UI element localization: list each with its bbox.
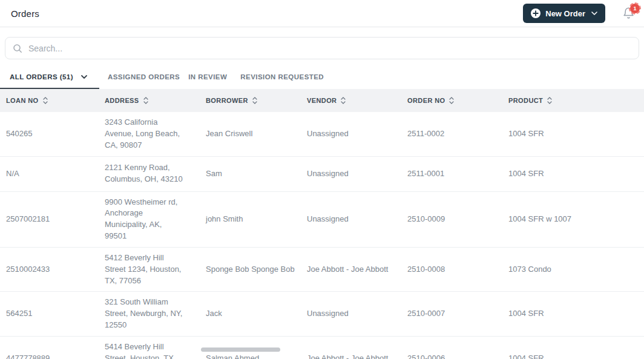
tab-all-orders[interactable]: ALL ORDERS (51) — [0, 66, 99, 89]
column-label: VENDOR — [307, 97, 337, 104]
cell-vendor: Joe Abbott - Joe Abbott — [307, 259, 407, 280]
sort-icon — [143, 97, 148, 104]
search-input[interactable] — [28, 44, 631, 53]
cell-product: 1004 SFR — [508, 303, 644, 324]
tab-in-review-label: IN REVIEW — [188, 73, 227, 81]
cell-order-no: 2510-0009 — [407, 209, 508, 230]
cell-address: 3243 California Avenue, Long Beach, CA, … — [105, 112, 206, 156]
cell-product: 1004 SFR — [508, 163, 644, 185]
table-row[interactable]: 4477778889 5414 Beverly Hill Street, Hou… — [0, 337, 644, 359]
tab-bar: ALL ORDERS (51) ASSIGNED ORDERS IN REVIE… — [0, 66, 644, 89]
table-row[interactable]: N/A 2121 Kenny Road, Columbus, OH, 43210… — [0, 157, 644, 192]
cell-product: 1004 SFR w 1007 — [508, 209, 644, 230]
plus-circle-icon — [531, 8, 540, 18]
cell-address: 5412 Beverly Hill Street 1234, Houston, … — [105, 248, 206, 292]
cell-vendor: Joe Abbott - Joe Abbott — [307, 348, 407, 359]
page-title: Orders — [11, 8, 39, 19]
table-row[interactable]: 540265 3243 California Avenue, Long Beac… — [0, 112, 644, 157]
cell-borrower: Jean Criswell — [206, 124, 307, 145]
search-box — [5, 37, 639, 59]
table-body: 540265 3243 California Avenue, Long Beac… — [0, 112, 644, 359]
sort-icon — [547, 97, 552, 104]
column-header-product[interactable]: PRODUCT — [508, 89, 644, 112]
cell-loan-no: 2507002181 — [6, 209, 105, 230]
sort-icon — [341, 97, 346, 104]
cell-vendor: Unassigned — [307, 124, 407, 145]
table-row[interactable]: 564251 321 South William Street, Newburg… — [0, 292, 644, 337]
column-header-order-no[interactable]: ORDER NO — [407, 89, 508, 112]
cell-loan-no: N/A — [6, 163, 105, 185]
chevron-down-icon — [591, 12, 597, 15]
cell-borrower: Jack — [206, 303, 307, 324]
cell-borrower: john Smith — [206, 209, 307, 230]
table-header: LOAN NO ADDRESS BORROWER VENDOR ORDER NO… — [0, 89, 644, 112]
table-row[interactable]: 2510002433 5412 Beverly Hill Street 1234… — [0, 248, 644, 292]
new-order-button[interactable]: New Order — [523, 4, 605, 23]
cell-vendor: Unassigned — [307, 303, 407, 324]
top-bar: Orders New Order 1 — [0, 0, 644, 27]
orders-page: Orders New Order 1 — [0, 0, 644, 359]
cell-loan-no: 2510002433 — [6, 259, 105, 280]
cell-loan-no: 540265 — [6, 124, 105, 145]
horizontal-scrollbar[interactable] — [201, 347, 280, 352]
notification-badge: 1 — [630, 4, 640, 13]
tab-assigned-orders[interactable]: ASSIGNED ORDERS — [108, 66, 180, 89]
column-header-vendor[interactable]: VENDOR — [307, 89, 407, 112]
column-label: ADDRESS — [105, 97, 139, 104]
top-bar-actions: New Order 1 — [523, 4, 636, 23]
chevron-down-icon — [81, 75, 87, 79]
cell-product: 1004 SFR — [508, 124, 644, 145]
cell-loan-no: 4477778889 — [6, 348, 105, 359]
cell-order-no: 2510-0006 — [407, 348, 508, 359]
column-label: ORDER NO — [407, 97, 445, 104]
cell-address: 9900 Westheimer rd, Anchorage Municipali… — [105, 192, 206, 247]
cell-product: 1004 SFR — [508, 348, 644, 359]
cell-loan-no: 564251 — [6, 303, 105, 324]
column-label: PRODUCT — [508, 97, 543, 104]
tab-revision-requested[interactable]: REVISION REQUESTED — [240, 66, 324, 89]
cell-order-no: 2510-0007 — [407, 303, 508, 324]
cell-product: 1073 Condo — [508, 259, 644, 280]
sort-icon — [43, 97, 48, 104]
cell-address: 321 South William Street, Newburgh, NY, … — [105, 292, 206, 336]
column-header-loan-no[interactable]: LOAN NO — [6, 89, 105, 112]
cell-order-no: 2511-0002 — [407, 124, 508, 145]
tab-all-orders-label: ALL ORDERS (51) — [10, 73, 73, 81]
search-icon — [13, 44, 22, 53]
tab-in-review[interactable]: IN REVIEW — [188, 66, 227, 89]
column-header-borrower[interactable]: BORROWER — [206, 89, 307, 112]
cell-vendor: Unassigned — [307, 209, 407, 230]
cell-vendor: Unassigned — [307, 163, 407, 185]
new-order-button-label: New Order — [545, 9, 585, 18]
search-section — [5, 37, 639, 59]
tab-revision-requested-label: REVISION REQUESTED — [240, 73, 324, 81]
table-row[interactable]: 2507002181 9900 Westheimer rd, Anchorage… — [0, 192, 644, 248]
cell-borrower: Sponge Bob Sponge Bob — [206, 259, 307, 280]
notifications-button[interactable]: 1 — [621, 6, 636, 21]
sort-icon — [252, 97, 257, 104]
cell-order-no: 2510-0008 — [407, 259, 508, 280]
cell-order-no: 2511-0001 — [407, 163, 508, 185]
column-header-address[interactable]: ADDRESS — [105, 89, 206, 112]
cell-address: 2121 Kenny Road, Columbus, OH, 43210 — [105, 157, 206, 190]
sort-icon — [449, 97, 454, 104]
cell-address: 5414 Beverly Hill Street, Houston, TX, 7… — [105, 337, 206, 359]
cell-borrower: Sam — [206, 163, 307, 185]
column-label: BORROWER — [206, 97, 248, 104]
column-label: LOAN NO — [6, 97, 39, 104]
tab-assigned-orders-label: ASSIGNED ORDERS — [108, 73, 180, 81]
